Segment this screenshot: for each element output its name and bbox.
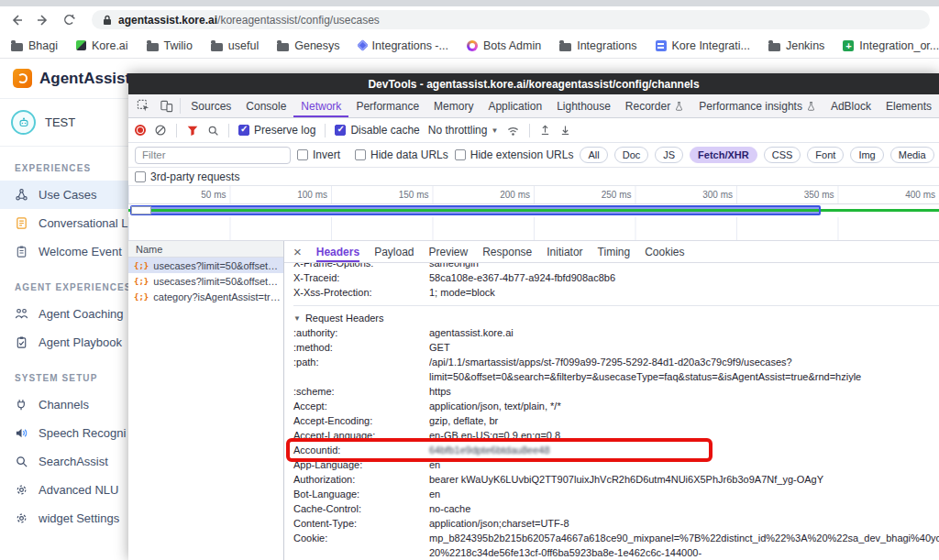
filter-pill-fetch-xhr[interactable]: Fetch/XHR <box>690 147 757 163</box>
export-har-icon[interactable] <box>559 124 571 137</box>
request-row[interactable]: {;} usecases?limit=50&offset=0&… <box>128 258 283 273</box>
preserve-log-checkbox[interactable]: Preserve log <box>238 124 315 137</box>
request-row[interactable]: {;} category?isAgentAssist=true… <box>128 289 283 304</box>
bookmark-bots-admin[interactable]: Bots Admin <box>467 39 541 52</box>
network-filter-row: Invert Hide data URLs Hide extension URL… <box>128 143 939 168</box>
bookmark-twilio[interactable]: Twilio <box>147 39 193 52</box>
hide-data-urls-checkbox[interactable]: Hide data URLs <box>355 148 448 161</box>
filter-funnel-icon[interactable] <box>186 125 199 137</box>
throttling-select[interactable]: No throttling▼ <box>428 124 499 137</box>
tab-console[interactable]: Console <box>238 94 293 117</box>
bookmark-integrations[interactable]: Integrations <box>559 39 636 52</box>
response-header-row: X-Xss-Protection: 1; mode=block <box>293 285 939 300</box>
request-list: Name {;} usecases?limit=50&offset=0&… {;… <box>128 241 284 560</box>
tab-performance[interactable]: Performance <box>348 94 426 117</box>
details-tab-payload[interactable]: Payload <box>374 241 414 262</box>
url-bar[interactable]: agentassist.kore.ai/koreagentassist/conf… <box>92 10 930 29</box>
agentassist-logo-icon <box>13 69 32 88</box>
bot-name: TEST <box>45 115 75 129</box>
invert-checkbox[interactable]: Invert <box>297 148 340 161</box>
record-icon[interactable] <box>135 125 146 136</box>
folder-icon <box>277 43 289 51</box>
request-row[interactable]: {;} usecases?limit=50&offset=0&… <box>128 273 283 289</box>
request-header-row: App-Language: en <box>293 457 939 472</box>
devtools-window: DevTools - agentassist.kore.ai/koreagent… <box>128 73 939 560</box>
bookmark-jenkins[interactable]: Jenkins <box>768 39 824 52</box>
gear-icon <box>15 483 28 497</box>
filter-pill-font[interactable]: Font <box>807 147 844 163</box>
request-header-row: Accept-Language: en-GB,en-US;q=0.9,en;q=… <box>293 428 939 443</box>
reload-icon[interactable] <box>62 13 76 27</box>
device-toolbar-icon[interactable] <box>155 94 178 117</box>
filter-pill-media[interactable]: Media <box>890 147 934 163</box>
clear-icon[interactable] <box>154 124 167 137</box>
tab-memory[interactable]: Memory <box>426 94 481 117</box>
details-tab-bar: × Headers Payload Preview Response Initi… <box>284 241 939 263</box>
bookmark-kore-ai[interactable]: Kore.ai <box>76 39 128 52</box>
tab-application[interactable]: Application <box>481 94 549 117</box>
usecases-icon <box>15 188 28 202</box>
speech-recognition-icon <box>15 426 28 440</box>
request-header-row: :path: /api/1.1/smartassist/apps/st-7f09… <box>293 355 939 384</box>
search-icon[interactable] <box>207 125 219 137</box>
third-party-checkbox[interactable]: 3rd-party requests <box>135 170 239 183</box>
close-icon[interactable]: × <box>293 245 302 258</box>
tab-performance-insights[interactable]: Performance insights <box>691 94 823 117</box>
tab-sources[interactable]: Sources <box>183 94 238 117</box>
request-list-header[interactable]: Name <box>128 241 283 258</box>
filter-input[interactable] <box>135 147 291 164</box>
bookmark-integrations-dash[interactable]: Integrations -... <box>359 39 448 52</box>
tab-elements[interactable]: Elements <box>878 94 939 117</box>
back-icon[interactable] <box>9 13 24 27</box>
details-tab-response[interactable]: Response <box>482 241 532 262</box>
filter-pill-all[interactable]: All <box>580 147 607 163</box>
bookmark-bhagi[interactable]: Bhagi <box>11 39 58 52</box>
details-tab-timing[interactable]: Timing <box>598 241 631 262</box>
channels-icon <box>15 398 28 412</box>
filter-pill-css[interactable]: CSS <box>764 147 801 163</box>
tab-lighthouse[interactable]: Lighthouse <box>549 94 618 117</box>
timeline-overview[interactable] <box>128 204 939 217</box>
details-tab-cookies[interactable]: Cookies <box>645 241 684 262</box>
doc-icon <box>656 40 667 51</box>
details-tab-headers[interactable]: Headers <box>316 241 359 262</box>
filter-pill-js[interactable]: JS <box>655 147 683 163</box>
bookmark-integration-or[interactable]: +Integration_or... <box>843 39 939 52</box>
welcome-event-icon <box>15 245 28 258</box>
tab-adblock[interactable]: AdBlock <box>823 94 878 117</box>
hide-extension-urls-checkbox[interactable]: Hide extension URLs <box>455 148 574 161</box>
agent-playbook-icon <box>15 335 28 349</box>
timeline-ruler: 50 ms 100 ms 150 ms 200 ms 250 ms 300 ms… <box>128 186 939 204</box>
filter-pill-doc[interactable]: Doc <box>614 147 649 163</box>
tab-recorder[interactable]: Recorder <box>618 94 691 117</box>
network-conditions-icon[interactable] <box>506 125 520 137</box>
overview-drag-handle[interactable] <box>131 206 151 214</box>
flask-icon <box>674 101 684 112</box>
request-header-row: Accept: application/json, text/plain, */… <box>293 399 939 413</box>
devtools-tab-bar: Sources Console Network Performance Memo… <box>128 94 939 118</box>
filter-pill-img[interactable]: Img <box>850 147 883 163</box>
import-har-icon[interactable] <box>539 124 551 137</box>
request-header-row: Authorization: bearer kWaUyK6LUvbiQ2TT90… <box>293 472 939 487</box>
request-headers-section[interactable]: ▼ Request Headers <box>293 305 939 325</box>
lock-icon <box>103 15 112 26</box>
overview-selection[interactable] <box>130 205 821 215</box>
inspect-element-icon[interactable] <box>132 94 155 117</box>
bookmark-genesys[interactable]: Genesys <box>277 39 339 52</box>
tab-network[interactable]: Network <box>293 94 348 117</box>
request-header-row: Cookie: mp_b824395b2b215b62057a4667a618c… <box>293 531 939 560</box>
request-header-row: Accept-Encoding: gzip, deflate, br <box>293 413 939 428</box>
disable-cache-checkbox[interactable]: Disable cache <box>335 124 419 137</box>
folder-icon <box>768 43 780 51</box>
bookmark-useful[interactable]: useful <box>211 39 259 52</box>
kore-icon <box>76 40 86 50</box>
forward-icon[interactable] <box>36 13 50 27</box>
request-header-row: Cache-Control: no-cache <box>293 501 939 516</box>
details-tab-preview[interactable]: Preview <box>429 241 469 262</box>
details-tab-initiator[interactable]: Initiator <box>547 241 582 262</box>
request-header-row: Bot-Language: en <box>293 487 939 501</box>
request-header-row-accountid: Accountid: 64bfb1e9dpte6btdau8ee48 <box>293 443 939 457</box>
request-header-row: :scheme: https <box>293 384 939 399</box>
bookmark-kore-integrations[interactable]: Kore Integrati... <box>656 39 750 52</box>
ring-icon <box>467 40 478 51</box>
